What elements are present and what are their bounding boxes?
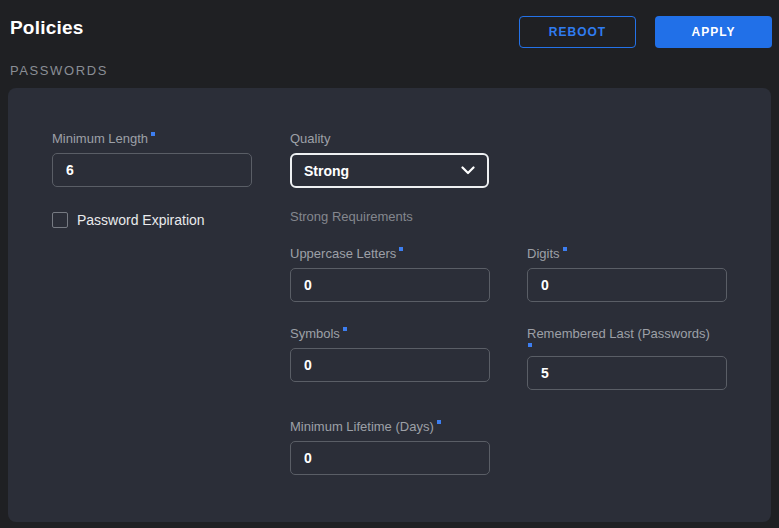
- minimum-length-label-text: Minimum Length: [52, 131, 148, 146]
- symbols-label-text: Symbols: [290, 326, 340, 341]
- minimum-lifetime-label: Minimum Lifetime (Days): [290, 419, 490, 434]
- digits-field: Digits: [527, 246, 727, 302]
- quality-field: Quality Strong: [290, 131, 489, 188]
- reboot-button[interactable]: REBOOT: [519, 16, 636, 48]
- quality-selected-value: Strong: [304, 163, 349, 179]
- uppercase-letters-field: Uppercase Letters: [290, 246, 490, 302]
- required-dot-icon: [343, 327, 347, 331]
- chevron-down-icon: [461, 166, 475, 175]
- page-title: Policies: [10, 17, 83, 39]
- quality-select[interactable]: Strong: [290, 153, 489, 188]
- remembered-last-label: Remembered Last (Passwords): [527, 326, 727, 341]
- digits-input[interactable]: [527, 268, 727, 302]
- uppercase-letters-input[interactable]: [290, 268, 490, 302]
- strong-requirements-label: Strong Requirements: [290, 209, 413, 224]
- symbols-field: Symbols: [290, 326, 490, 382]
- symbols-input[interactable]: [290, 348, 490, 382]
- apply-button[interactable]: APPLY: [655, 16, 772, 48]
- digits-label-text: Digits: [527, 246, 560, 261]
- minimum-lifetime-label-text: Minimum Lifetime (Days): [290, 419, 434, 434]
- minimum-lifetime-field: Minimum Lifetime (Days): [290, 419, 490, 475]
- password-expiration-label: Password Expiration: [77, 212, 205, 228]
- uppercase-letters-label: Uppercase Letters: [290, 246, 490, 261]
- required-dot-icon: [399, 247, 403, 251]
- symbols-label: Symbols: [290, 326, 490, 341]
- required-dot-icon: [528, 343, 532, 347]
- minimum-lifetime-input[interactable]: [290, 441, 490, 475]
- passwords-panel: Minimum Length Quality Strong Password E…: [8, 88, 771, 522]
- section-label-passwords: PASSWORDS: [10, 63, 108, 78]
- remembered-last-input[interactable]: [527, 356, 727, 390]
- remembered-last-field: Remembered Last (Passwords): [527, 326, 727, 390]
- minimum-length-field: Minimum Length: [52, 131, 252, 187]
- required-dot-icon: [151, 132, 155, 136]
- uppercase-letters-label-text: Uppercase Letters: [290, 246, 396, 261]
- required-dot-icon: [437, 420, 441, 424]
- minimum-length-label: Minimum Length: [52, 131, 252, 146]
- required-dot-icon: [563, 247, 567, 251]
- quality-label: Quality: [290, 131, 489, 146]
- password-expiration-checkbox[interactable]: [52, 212, 68, 228]
- minimum-length-input[interactable]: [52, 153, 252, 187]
- password-expiration-row[interactable]: Password Expiration: [52, 212, 205, 228]
- digits-label: Digits: [527, 246, 727, 261]
